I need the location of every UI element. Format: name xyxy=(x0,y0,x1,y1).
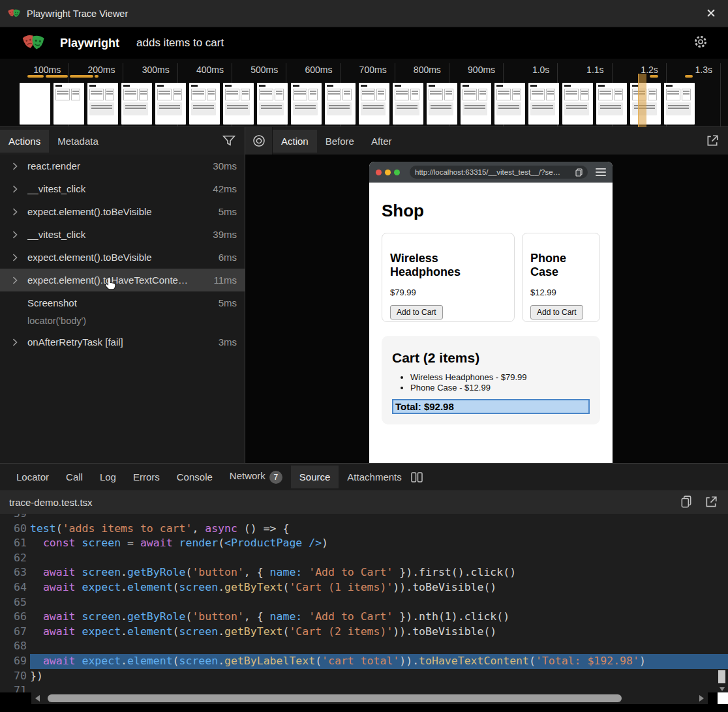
playwright-masks-icon xyxy=(8,8,21,20)
filmstrip-thumbnail[interactable] xyxy=(664,83,695,125)
filmstrip-thumbnail[interactable] xyxy=(427,83,457,125)
vscroll-thumb[interactable] xyxy=(718,670,725,683)
cart-total-highlighted: Total: $92.98 xyxy=(392,399,590,414)
filmstrip-thumbnail[interactable] xyxy=(596,83,627,125)
close-icon[interactable] xyxy=(706,8,716,18)
tab-actions[interactable]: Actions xyxy=(0,130,49,153)
browser-menu-icon[interactable] xyxy=(596,168,606,176)
split-view-icon[interactable] xyxy=(410,471,423,484)
hscroll-thumb[interactable] xyxy=(48,694,622,702)
action-duration: 6ms xyxy=(219,252,237,263)
settings-gear-icon[interactable] xyxy=(693,34,708,50)
line-code xyxy=(30,551,728,566)
snapshot-page: Shop Wireless Headphones$79.99Add to Car… xyxy=(369,183,613,463)
action-row[interactable]: __vitest_click42ms xyxy=(0,177,245,200)
filmstrip-thumbnail[interactable] xyxy=(528,83,559,125)
tab-call[interactable]: Call xyxy=(57,466,91,488)
filmstrip-thumbnail[interactable] xyxy=(189,83,220,125)
filmstrip-thumbnail[interactable] xyxy=(53,83,84,125)
filter-icon[interactable] xyxy=(222,134,235,147)
timeline-playhead[interactable] xyxy=(638,74,646,127)
chevron-right-icon[interactable] xyxy=(10,338,20,346)
source-line: 63 await screen.getByRole('button', { na… xyxy=(0,565,728,580)
pick-locator-button[interactable] xyxy=(245,127,273,155)
source-vertical-scrollbar[interactable] xyxy=(718,514,727,692)
action-row[interactable]: expect.element().toHaveTextConte…11ms xyxy=(0,269,245,291)
chevron-right-icon[interactable] xyxy=(10,185,20,193)
line-code: await expect.element(screen.getByText('C… xyxy=(30,625,728,640)
tab-console[interactable]: Console xyxy=(168,466,221,488)
copy-source-icon[interactable] xyxy=(680,496,693,509)
filmstrip-thumbnail[interactable] xyxy=(325,83,356,125)
timeline-action-bar xyxy=(685,75,693,78)
source-line: 66 await screen.getByRole('button', { na… xyxy=(0,610,728,625)
chevron-right-icon[interactable] xyxy=(10,276,20,284)
timeline[interactable]: 100ms200ms300ms400ms500ms600ms700ms800ms… xyxy=(0,59,728,127)
cart-item: Wireless Headphones - $79.99 xyxy=(410,372,590,382)
line-code: }) xyxy=(30,669,728,684)
cart-section: Cart (2 items) Wireless Headphones - $79… xyxy=(382,336,600,424)
action-duration: 30ms xyxy=(213,160,237,171)
action-row[interactable]: expect.element().toBeVisible6ms xyxy=(0,246,245,269)
add-to-cart-button[interactable]: Add to Cart xyxy=(530,305,583,319)
filmstrip-thumbnail[interactable] xyxy=(393,83,423,125)
line-number: 59 xyxy=(0,514,30,522)
product-price: $79.99 xyxy=(390,288,506,297)
filmstrip-thumbnail[interactable] xyxy=(87,83,118,125)
open-snapshot-external-icon[interactable] xyxy=(706,134,719,147)
filmstrip-thumbnail[interactable] xyxy=(562,83,593,125)
action-row[interactable]: expect.element().toBeVisible5ms xyxy=(0,200,245,223)
action-row[interactable]: __vitest_click39ms xyxy=(0,223,245,246)
add-to-cart-button[interactable]: Add to Cart xyxy=(390,305,443,319)
tab-attachments[interactable]: Attachments xyxy=(339,466,410,488)
line-code: await expect.element(screen.getByLabelTe… xyxy=(30,654,728,669)
source-line: 60test('adds items to cart', async () =>… xyxy=(0,522,728,537)
line-code xyxy=(30,595,728,610)
tab-after[interactable]: After xyxy=(363,130,401,153)
filmstrip-thumbnail[interactable] xyxy=(121,83,152,125)
copy-url-icon[interactable] xyxy=(575,168,583,177)
tab-before[interactable]: Before xyxy=(317,130,363,153)
tab-locator[interactable]: Locator xyxy=(8,466,57,488)
line-number: 66 xyxy=(0,610,30,625)
tab-metadata[interactable]: Metadata xyxy=(49,130,107,153)
open-source-external-icon[interactable] xyxy=(705,496,718,509)
chevron-right-icon[interactable] xyxy=(10,162,20,170)
filmstrip-thumbnail[interactable] xyxy=(257,83,288,125)
filmstrip-thumbnail[interactable] xyxy=(223,83,254,125)
action-row[interactable]: Screenshot5ms xyxy=(0,291,245,314)
chevron-right-icon[interactable] xyxy=(10,254,20,261)
line-code xyxy=(30,639,728,654)
scrollbar-corner xyxy=(718,692,728,704)
actions-panel: ActionsMetadata react.render30ms__vitest… xyxy=(0,127,245,463)
tab-log[interactable]: Log xyxy=(91,466,125,488)
filmstrip-thumbnail[interactable] xyxy=(359,83,389,125)
line-code: const screen = await render(<ProductPage… xyxy=(30,536,728,551)
filmstrip-thumbnail[interactable] xyxy=(461,83,491,125)
address-bar[interactable]: http://localhost:63315/__vitest_test__/?… xyxy=(410,166,588,179)
filmstrip-thumbnail[interactable] xyxy=(291,83,322,125)
line-code xyxy=(30,514,728,522)
source-horizontal-scrollbar[interactable] xyxy=(31,692,708,704)
filmstrip-thumbnail[interactable] xyxy=(494,83,525,125)
source-line: 61 const screen = await render(<ProductP… xyxy=(0,536,728,551)
hscroll-right-arrow[interactable] xyxy=(699,695,704,702)
chevron-right-icon[interactable] xyxy=(10,231,20,239)
tab-network[interactable]: Network7 xyxy=(221,464,291,489)
line-code: await expect.element(screen.getByText('C… xyxy=(30,580,728,595)
filmstrip-thumbnail[interactable] xyxy=(155,83,186,125)
product-name: Wireless Headphones xyxy=(390,252,506,279)
action-row[interactable]: onAfterRetryTask [fail]3ms xyxy=(0,331,245,353)
cart-item: Phone Case - $12.99 xyxy=(410,383,590,393)
source-viewer: 5960test('adds items to cart', async () … xyxy=(0,514,728,692)
tab-errors[interactable]: Errors xyxy=(125,466,168,488)
filmstrip-thumbnail[interactable] xyxy=(20,83,50,125)
tab-source[interactable]: Source xyxy=(291,466,339,488)
vscroll-down-arrow[interactable] xyxy=(720,687,725,691)
action-row[interactable]: react.render30ms xyxy=(0,155,245,177)
filmstrip[interactable] xyxy=(20,83,695,125)
chevron-right-icon[interactable] xyxy=(10,208,20,216)
hscroll-left-arrow[interactable] xyxy=(35,695,40,702)
timeline-action-bar xyxy=(95,75,99,78)
tab-action[interactable]: Action xyxy=(273,130,317,153)
